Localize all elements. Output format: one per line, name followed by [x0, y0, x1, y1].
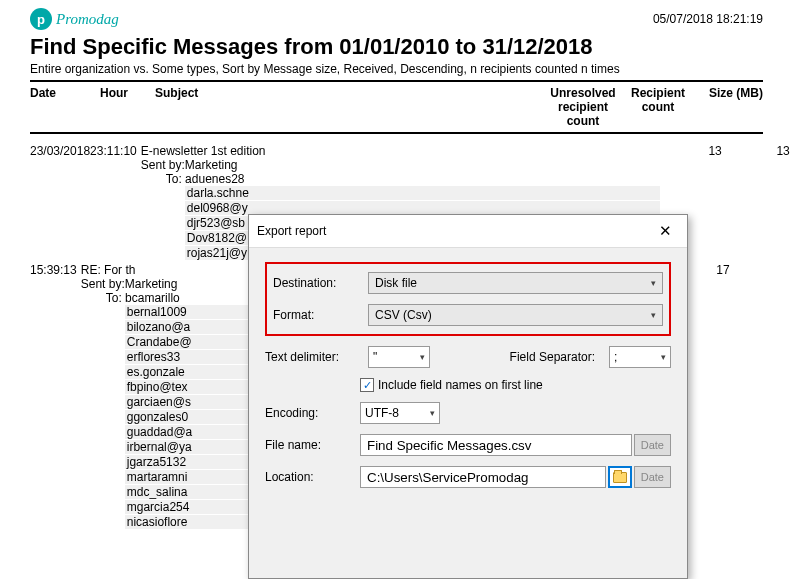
message-date: 23/03/2018 — [30, 144, 90, 261]
format-value: CSV (Csv) — [375, 308, 432, 322]
destination-value: Disk file — [375, 276, 417, 290]
file-name-label: File name: — [265, 438, 360, 452]
brand-name: Promodag — [56, 11, 119, 28]
recipient-count: 13 — [740, 144, 793, 261]
field-separator-select[interactable]: ; ▾ — [609, 346, 671, 368]
text-delimiter-label: Text delimiter: — [265, 350, 360, 364]
recipient-item: del0968@y — [185, 201, 660, 215]
format-label: Format: — [273, 308, 368, 322]
report-subtitle: Entire organization vs. Some types, Sort… — [30, 62, 763, 76]
text-delimiter-select[interactable]: " ▾ — [368, 346, 430, 368]
export-dialog: Export report ✕ Destination: Disk file ▾… — [248, 214, 688, 579]
highlighted-section: Destination: Disk file ▾ Format: CSV (Cs… — [265, 262, 671, 336]
location-label: Location: — [265, 470, 360, 484]
col-hour: Hour — [100, 86, 155, 128]
location-date-button[interactable]: Date — [634, 466, 671, 488]
sent-by: Sent by:Marketing — [141, 158, 660, 172]
table-header: Date Hour Subject Unresolved recipient c… — [0, 86, 793, 128]
include-fields-label: Include field names on first line — [378, 378, 543, 392]
encoding-label: Encoding: — [265, 406, 360, 420]
divider — [30, 132, 763, 134]
divider — [30, 80, 763, 82]
encoding-select[interactable]: UTF-8 ▾ — [360, 402, 440, 424]
file-date-button[interactable]: Date — [634, 434, 671, 456]
brand-logo: p Promodag — [30, 8, 119, 30]
report-title: Find Specific Messages from 01/01/2010 t… — [30, 34, 763, 60]
chevron-down-icon: ▾ — [420, 352, 425, 362]
close-icon[interactable]: ✕ — [651, 221, 679, 241]
brand-logo-icon: p — [30, 8, 52, 30]
dialog-title: Export report — [257, 224, 326, 238]
message-subject: E-newsletter 1st edition — [141, 144, 660, 158]
folder-icon — [613, 472, 627, 483]
location-input[interactable] — [360, 466, 606, 488]
file-name-input[interactable] — [360, 434, 632, 456]
report-timestamp: 05/07/2018 18:21:19 — [653, 12, 763, 26]
browse-button[interactable] — [608, 466, 632, 488]
message-hour: 23:11:10 — [90, 144, 141, 261]
format-select[interactable]: CSV (Csv) ▾ — [368, 304, 663, 326]
chevron-down-icon: ▾ — [430, 408, 435, 418]
col-unresolved: Unresolved recipient count — [543, 86, 623, 128]
to-line: To: aduenes28 — [166, 172, 660, 186]
field-separator-value: ; — [614, 350, 617, 364]
col-subject: Subject — [155, 86, 543, 128]
col-size: Size (MB) — [693, 86, 763, 128]
field-separator-label: Field Separator: — [438, 350, 601, 364]
dialog-titlebar[interactable]: Export report ✕ — [249, 215, 687, 248]
recipient-item: darla.schne — [185, 186, 660, 200]
chevron-down-icon: ▾ — [661, 352, 666, 362]
col-date: Date — [30, 86, 100, 128]
destination-select[interactable]: Disk file ▾ — [368, 272, 663, 294]
destination-label: Destination: — [273, 276, 368, 290]
size-value — [750, 263, 793, 530]
chevron-down-icon: ▾ — [651, 310, 656, 320]
chevron-down-icon: ▾ — [651, 278, 656, 288]
text-delimiter-value: " — [373, 350, 377, 364]
col-recipient: Recipient count — [623, 86, 693, 128]
encoding-value: UTF-8 — [365, 406, 399, 420]
include-fields-checkbox[interactable]: ✓ — [360, 378, 374, 392]
message-hour: 15:39:13 — [30, 263, 81, 530]
recipient-count: 17 — [680, 263, 750, 530]
